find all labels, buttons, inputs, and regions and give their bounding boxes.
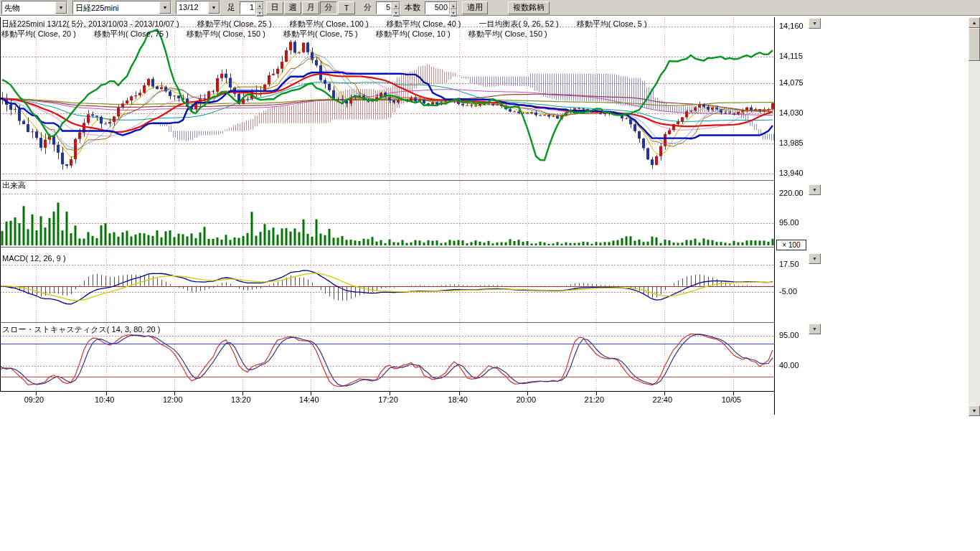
pane-indicator-menu-button[interactable]: ▼ <box>809 253 821 264</box>
legend-item: 移動平均( Close, 10 ) <box>376 29 451 39</box>
bar-count-value: 500 <box>425 2 449 14</box>
legend-row-2: 移動平均( Close, 20 )移動平均( Close, 75 )移動平均( … <box>1 29 547 39</box>
period-button-日[interactable]: 日 <box>266 1 283 14</box>
price-axis-tick: 13,940 <box>779 169 804 177</box>
volume-multiplier-badge: × 100 <box>776 240 806 250</box>
scroll-down-button[interactable]: ▼ <box>969 405 980 416</box>
period-button-週[interactable]: 週 <box>284 1 301 14</box>
legend-item: 移動平均( Close, 150 ) <box>187 29 265 39</box>
price-axis-tick: 14,115 <box>779 52 803 60</box>
price-axis-tick: 14,160 <box>779 22 804 30</box>
legend-item: 移動平均( Close, 75 ) <box>94 29 169 39</box>
macd-axis-tick: 17.50 <box>779 260 799 268</box>
period-button-分[interactable]: 分 <box>320 1 337 14</box>
macd-axis-tick: -5.00 <box>779 287 797 296</box>
period-button-T[interactable]: T <box>338 1 355 14</box>
contract-month-value: 13/12 <box>176 1 208 14</box>
vertical-scrollbar[interactable]: ▲ ▼ <box>969 17 980 416</box>
toolbar: 先物 ▼ 日経225mini ▼ 13/12 ▼ 足 1 ▲▼ 日週月分T 分 … <box>0 0 980 16</box>
legend-item: 移動平均( Close, 150 ) <box>468 29 547 39</box>
legend-item: 移動平均( Close, 40 ) <box>387 19 461 29</box>
legend-item: 移動平均( Close, 5 ) <box>577 19 647 29</box>
legend-item: 一目均衡表( 9, 26, 52 ) <box>479 19 559 29</box>
price-axis-tick: 13,985 <box>779 138 804 147</box>
legend-item: 移動平均( Close, 20 ) <box>1 29 76 39</box>
instrument-select-value: 先物 <box>2 1 55 14</box>
scrollbar-thumb[interactable] <box>969 28 980 61</box>
bar-type-label: 足 <box>227 2 235 13</box>
symbol-select-value: 日経225mini <box>73 1 159 14</box>
pane-indicator-menu-button[interactable]: ▼ <box>809 324 821 334</box>
instrument-select[interactable]: 先物 ▼ <box>1 1 67 14</box>
period-button-group: 日週月分T <box>266 1 355 14</box>
period-button-月[interactable]: 月 <box>302 1 319 14</box>
legend-item: 日経225mini 13/12( 5分, 2013/10/03 - 2013/1… <box>1 19 179 29</box>
bar-interval-input[interactable]: 1 ▲▼ <box>240 1 264 14</box>
minute-label: 分 <box>364 2 372 13</box>
legend-row-1: 日経225mini 13/12( 5分, 2013/10/03 - 2013/1… <box>1 19 647 29</box>
pane-indicator-menu-button[interactable]: ▼ <box>809 184 821 195</box>
spinner-arrows-icon[interactable]: ▲▼ <box>392 2 400 14</box>
symbol-select[interactable]: 日経225mini ▼ <box>72 1 171 14</box>
arrow-up-icon: ▲ <box>972 20 977 25</box>
stoch-axis-tick: 95.00 <box>779 331 799 339</box>
bar-count-input[interactable]: 500 ▲▼ <box>425 1 458 14</box>
chevron-down-icon[interactable]: ▼ <box>159 1 171 14</box>
price-axis-tick: 14,075 <box>779 78 804 87</box>
volume-axis-tick: 95.00 <box>779 218 799 227</box>
chevron-down-icon[interactable]: ▼ <box>55 1 67 14</box>
scroll-up-button[interactable]: ▲ <box>969 17 980 28</box>
legend-item: 移動平均( Close, 75 ) <box>283 29 358 39</box>
chevron-down-icon[interactable]: ▼ <box>208 1 220 14</box>
chart-canvas[interactable] <box>0 0 775 416</box>
spinner-arrows-icon[interactable]: ▲▼ <box>449 2 457 14</box>
macd-pane-label: MACD( 12, 26, 9 ) <box>2 254 66 263</box>
bar-interval-value: 1 <box>240 2 255 14</box>
legend-item: 移動平均( Close, 100 ) <box>290 19 369 29</box>
bar-count-label: 本数 <box>405 2 420 13</box>
spinner-arrows-icon[interactable]: ▲▼ <box>255 2 263 14</box>
pane-indicator-menu-button[interactable]: ▼ <box>809 18 821 29</box>
apply-button[interactable]: 適用 <box>462 1 488 14</box>
legend-item: 移動平均( Close, 25 ) <box>197 19 272 29</box>
chart-application-window: 先物 ▼ 日経225mini ▼ 13/12 ▼ 足 1 ▲▼ 日週月分T 分 … <box>0 0 980 551</box>
contract-month-select[interactable]: 13/12 ▼ <box>176 1 220 14</box>
arrow-down-icon: ▼ <box>972 408 977 413</box>
volume-pane-label: 出来高 <box>2 180 26 191</box>
minute-value: 5 <box>377 2 392 14</box>
volume-axis-tick: 220.00 <box>779 189 804 197</box>
multi-symbol-button[interactable]: 複数銘柄 <box>508 1 550 14</box>
stoch-pane-label: スロー・ストキャスティクス( 14, 3, 80, 20 ) <box>2 324 160 335</box>
price-axis-tick: 14,030 <box>779 108 804 117</box>
minute-value-input[interactable]: 5 ▲▼ <box>376 1 400 14</box>
stoch-axis-tick: 40.00 <box>779 361 799 369</box>
